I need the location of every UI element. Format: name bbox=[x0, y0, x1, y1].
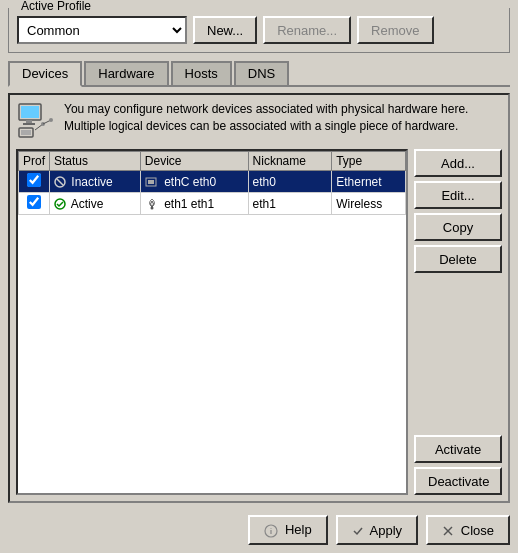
active-profile-group: Active Profile Common New... Rename... R… bbox=[8, 8, 510, 53]
row2-checkbox[interactable] bbox=[27, 195, 41, 209]
spacer bbox=[414, 277, 502, 431]
activate-button[interactable]: Activate bbox=[414, 435, 502, 463]
right-buttons: Add... Edit... Copy Delete Activate Deac… bbox=[414, 149, 502, 495]
close-button[interactable]: Close bbox=[426, 515, 510, 545]
svg-rect-2 bbox=[26, 120, 32, 123]
col-status: Status bbox=[50, 152, 141, 171]
svg-point-17 bbox=[271, 528, 272, 529]
tab-dns[interactable]: DNS bbox=[234, 61, 289, 85]
deactivate-button[interactable]: Deactivate bbox=[414, 467, 502, 495]
tab-hosts[interactable]: Hosts bbox=[171, 61, 232, 85]
new-button[interactable]: New... bbox=[193, 16, 257, 44]
edit-button[interactable]: Edit... bbox=[414, 181, 502, 209]
profile-select-wrapper: Common bbox=[17, 16, 187, 44]
row2-nickname: eth1 bbox=[248, 193, 332, 215]
table-row[interactable]: Active eth1 eth1 eth1 Wireless bbox=[19, 193, 406, 215]
remove-button[interactable]: Remove bbox=[357, 16, 433, 44]
profile-select[interactable]: Common bbox=[17, 16, 187, 44]
devices-table-container: Prof Status Device Nickname Type bbox=[16, 149, 408, 495]
row1-nickname: eth0 bbox=[248, 171, 332, 193]
svg-rect-1 bbox=[21, 106, 39, 118]
devices-table: Prof Status Device Nickname Type bbox=[18, 151, 406, 215]
svg-rect-13 bbox=[148, 180, 154, 184]
info-text: You may configure network devices associ… bbox=[64, 101, 502, 135]
tab-hardware[interactable]: Hardware bbox=[84, 61, 168, 85]
row1-type: Ethernet bbox=[332, 171, 406, 193]
row2-device: eth1 eth1 bbox=[140, 193, 248, 215]
svg-rect-5 bbox=[21, 130, 31, 135]
copy-button[interactable]: Copy bbox=[414, 213, 502, 241]
network-device-icon bbox=[16, 101, 56, 141]
main-window: Active Profile Common New... Rename... R… bbox=[0, 0, 518, 553]
col-type: Type bbox=[332, 152, 406, 171]
svg-line-11 bbox=[57, 179, 63, 185]
tab-devices[interactable]: Devices bbox=[8, 61, 82, 87]
rename-button[interactable]: Rename... bbox=[263, 16, 351, 44]
group-box-label: Active Profile bbox=[17, 0, 95, 13]
tab-bar: Devices Hardware Hosts DNS bbox=[8, 61, 510, 87]
row1-device: ethC eth0 bbox=[140, 171, 248, 193]
add-button[interactable]: Add... bbox=[414, 149, 502, 177]
table-buttons-row: Prof Status Device Nickname Type bbox=[16, 149, 502, 495]
profile-row: Common New... Rename... Remove bbox=[17, 16, 501, 44]
row1-status: Inactive bbox=[50, 171, 141, 193]
row2-status: Active bbox=[50, 193, 141, 215]
table-row[interactable]: Inactive ethC eth0 eth0 Ethernet bbox=[19, 171, 406, 193]
svg-point-15 bbox=[150, 207, 153, 210]
row1-checkbox-cell[interactable] bbox=[19, 171, 50, 193]
delete-button[interactable]: Delete bbox=[414, 245, 502, 273]
row1-checkbox[interactable] bbox=[27, 173, 41, 187]
content-area: You may configure network devices associ… bbox=[8, 93, 510, 503]
row2-checkbox-cell[interactable] bbox=[19, 193, 50, 215]
bottom-row: Help Apply Close bbox=[8, 509, 510, 545]
col-prof: Prof bbox=[19, 152, 50, 171]
col-device: Device bbox=[140, 152, 248, 171]
col-nickname: Nickname bbox=[248, 152, 332, 171]
apply-button[interactable]: Apply bbox=[336, 515, 418, 545]
svg-rect-3 bbox=[23, 123, 35, 125]
row2-type: Wireless bbox=[332, 193, 406, 215]
svg-point-9 bbox=[49, 118, 53, 122]
info-row: You may configure network devices associ… bbox=[16, 101, 502, 141]
help-button[interactable]: Help bbox=[248, 515, 327, 545]
